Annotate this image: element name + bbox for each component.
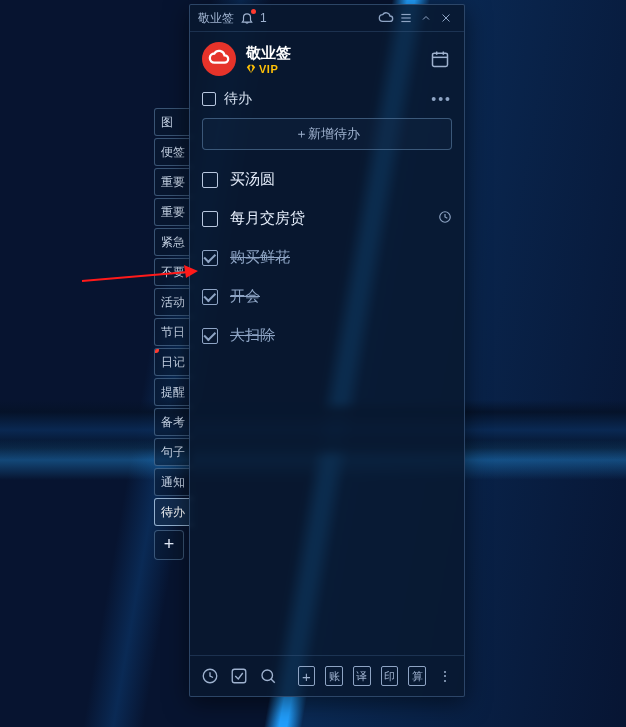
- side-tab[interactable]: 日记: [154, 348, 194, 376]
- side-tab[interactable]: 图: [154, 108, 194, 136]
- footer-sq-label: 印: [384, 669, 395, 684]
- footer-square-button[interactable]: 算: [408, 666, 426, 686]
- todo-label: 大扫除: [230, 326, 452, 345]
- todo-label: 开会: [230, 287, 452, 306]
- svg-rect-13: [232, 669, 246, 683]
- side-tab-label: 重要: [161, 205, 185, 219]
- vip-label: VIP: [259, 63, 278, 75]
- side-tab-label: 图: [161, 115, 173, 129]
- svg-point-11: [440, 212, 451, 223]
- bell-icon[interactable]: [240, 11, 254, 25]
- titlebar: 敬业签 1: [190, 5, 464, 32]
- side-tab-label: 通知: [161, 475, 185, 489]
- brand-name: 敬业签: [246, 44, 291, 63]
- footer-square-button[interactable]: 印: [381, 666, 399, 686]
- footer-bar: + 账 译 印 算 ⋮: [190, 655, 464, 696]
- section-icon: [202, 92, 216, 106]
- todo-label: 买汤圆: [230, 170, 452, 189]
- add-todo-button[interactable]: ＋新增待办: [202, 118, 452, 150]
- vip-badge: VIP: [246, 63, 291, 75]
- footer-search-button[interactable]: [258, 665, 277, 687]
- footer-square-button[interactable]: 译: [353, 666, 371, 686]
- side-tab-label: 提醒: [161, 385, 185, 399]
- app-logo: [202, 42, 236, 76]
- section-title: 待办: [224, 90, 252, 108]
- side-tab[interactable]: 重要: [154, 198, 194, 226]
- notif-count: 1: [260, 11, 267, 25]
- svg-line-6: [443, 15, 450, 22]
- side-tab-label: 活动: [161, 295, 185, 309]
- section-more-button[interactable]: •••: [431, 91, 452, 107]
- todo-item[interactable]: 购买鲜花: [190, 238, 464, 277]
- app-name: 敬业签: [198, 10, 234, 27]
- side-tab[interactable]: 不要: [154, 258, 194, 286]
- section-header: 待办 •••: [190, 84, 464, 114]
- svg-point-12: [203, 669, 217, 683]
- cloud-sync-icon[interactable]: [376, 8, 396, 28]
- minimize-button[interactable]: [416, 8, 436, 28]
- todo-item[interactable]: 每月交房贷: [190, 199, 464, 238]
- todo-list: 买汤圆 每月交房贷 购买鲜花 开会 大扫除: [190, 158, 464, 655]
- clock-icon: [438, 210, 452, 227]
- footer-square-button[interactable]: 账: [325, 666, 343, 686]
- todo-label: 购买鲜花: [230, 248, 452, 267]
- side-tab[interactable]: 活动: [154, 288, 194, 316]
- footer-done-button[interactable]: [229, 665, 248, 687]
- todo-checkbox[interactable]: [202, 250, 218, 266]
- todo-checkbox[interactable]: [202, 211, 218, 227]
- calendar-button[interactable]: [428, 47, 452, 71]
- add-todo-label: ＋新增待办: [295, 125, 360, 143]
- category-tabs-column: 图 便签 重要 重要 紧急 不要 活动 节日 日记 提醒 备考 句子 通知 待办…: [154, 108, 194, 560]
- side-tab[interactable]: 重要: [154, 168, 194, 196]
- side-tab[interactable]: 便签: [154, 138, 194, 166]
- side-tab-label: 句子: [161, 445, 185, 459]
- svg-point-14: [262, 670, 273, 681]
- side-tab[interactable]: 提醒: [154, 378, 194, 406]
- todo-label: 每月交房贷: [230, 209, 438, 228]
- side-tab-label: 不要: [161, 265, 185, 279]
- brand-row: 敬业签 VIP: [190, 32, 464, 84]
- side-tab-label: 重要: [161, 175, 185, 189]
- side-tab-active[interactable]: 待办: [154, 498, 194, 526]
- todo-checkbox[interactable]: [202, 172, 218, 188]
- svg-line-5: [443, 15, 450, 22]
- todo-checkbox[interactable]: [202, 289, 218, 305]
- todo-checkbox[interactable]: [202, 328, 218, 344]
- side-tab[interactable]: 紧急: [154, 228, 194, 256]
- todo-item[interactable]: 买汤圆: [190, 160, 464, 199]
- side-tab-label: 紧急: [161, 235, 185, 249]
- side-tab[interactable]: 句子: [154, 438, 194, 466]
- footer-clock-button[interactable]: [200, 665, 219, 687]
- todo-item[interactable]: 开会: [190, 277, 464, 316]
- side-tab[interactable]: 备考: [154, 408, 194, 436]
- footer-sq-label: 算: [412, 669, 423, 684]
- footer-sq-label: 译: [356, 669, 367, 684]
- side-tab[interactable]: 节日: [154, 318, 194, 346]
- footer-sq-label: 账: [329, 669, 340, 684]
- side-tab-label: 备考: [161, 415, 185, 429]
- add-category-button[interactable]: +: [154, 530, 184, 560]
- app-window: 敬业签 1 敬业签 VIP: [189, 4, 465, 697]
- side-tab[interactable]: 通知: [154, 468, 194, 496]
- todo-item[interactable]: 大扫除: [190, 316, 464, 355]
- svg-line-15: [271, 679, 275, 683]
- side-tab-label: 节日: [161, 325, 185, 339]
- footer-more-button[interactable]: ⋮: [436, 668, 454, 684]
- menu-icon[interactable]: [396, 8, 416, 28]
- close-button[interactable]: [436, 8, 456, 28]
- footer-plus-button[interactable]: +: [298, 666, 316, 686]
- diamond-icon: [246, 64, 256, 74]
- side-tab-label: 便签: [161, 145, 185, 159]
- side-tab-label: 日记: [161, 355, 185, 369]
- side-tab-label: 待办: [161, 505, 185, 519]
- svg-rect-7: [433, 53, 448, 66]
